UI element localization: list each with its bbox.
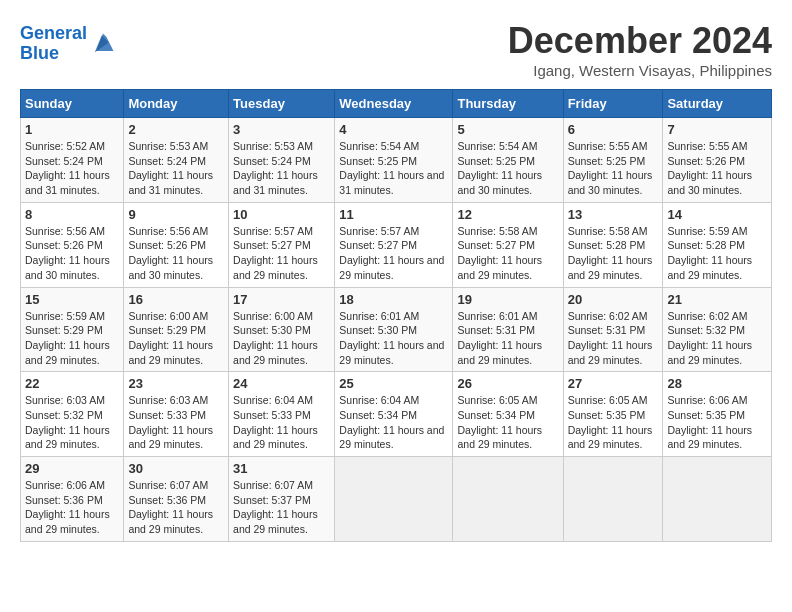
day-info: Sunrise: 6:00 AMSunset: 5:30 PMDaylight:… — [233, 309, 330, 368]
day-info: Sunrise: 6:07 AMSunset: 5:36 PMDaylight:… — [128, 478, 224, 537]
calendar-cell: 19 Sunrise: 6:01 AMSunset: 5:31 PMDaylig… — [453, 287, 563, 372]
calendar-cell: 7 Sunrise: 5:55 AMSunset: 5:26 PMDayligh… — [663, 118, 772, 203]
day-number: 3 — [233, 122, 330, 137]
calendar-cell: 8 Sunrise: 5:56 AMSunset: 5:26 PMDayligh… — [21, 202, 124, 287]
day-number: 31 — [233, 461, 330, 476]
calendar-cell: 23 Sunrise: 6:03 AMSunset: 5:33 PMDaylig… — [124, 372, 229, 457]
calendar-cell: 9 Sunrise: 5:56 AMSunset: 5:26 PMDayligh… — [124, 202, 229, 287]
calendar-cell: 5 Sunrise: 5:54 AMSunset: 5:25 PMDayligh… — [453, 118, 563, 203]
calendar-cell — [563, 457, 663, 542]
day-number: 8 — [25, 207, 119, 222]
day-number: 23 — [128, 376, 224, 391]
calendar-cell: 18 Sunrise: 6:01 AMSunset: 5:30 PMDaylig… — [335, 287, 453, 372]
calendar-cell: 1 Sunrise: 5:52 AMSunset: 5:24 PMDayligh… — [21, 118, 124, 203]
day-info: Sunrise: 6:06 AMSunset: 5:36 PMDaylight:… — [25, 478, 119, 537]
header-day-monday: Monday — [124, 90, 229, 118]
day-number: 13 — [568, 207, 659, 222]
day-info: Sunrise: 5:54 AMSunset: 5:25 PMDaylight:… — [339, 139, 448, 198]
calendar-cell: 29 Sunrise: 6:06 AMSunset: 5:36 PMDaylig… — [21, 457, 124, 542]
header-row: SundayMondayTuesdayWednesdayThursdayFrid… — [21, 90, 772, 118]
day-number: 25 — [339, 376, 448, 391]
day-number: 22 — [25, 376, 119, 391]
day-number: 21 — [667, 292, 767, 307]
day-number: 5 — [457, 122, 558, 137]
logo-text: GeneralBlue — [20, 24, 87, 64]
calendar-cell: 26 Sunrise: 6:05 AMSunset: 5:34 PMDaylig… — [453, 372, 563, 457]
calendar-cell — [335, 457, 453, 542]
calendar-cell: 10 Sunrise: 5:57 AMSunset: 5:27 PMDaylig… — [229, 202, 335, 287]
calendar-cell: 3 Sunrise: 5:53 AMSunset: 5:24 PMDayligh… — [229, 118, 335, 203]
page-header: GeneralBlue December 2024 Igang, Western… — [20, 20, 772, 79]
calendar-week-4: 22 Sunrise: 6:03 AMSunset: 5:32 PMDaylig… — [21, 372, 772, 457]
day-number: 14 — [667, 207, 767, 222]
calendar-cell: 12 Sunrise: 5:58 AMSunset: 5:27 PMDaylig… — [453, 202, 563, 287]
day-info: Sunrise: 5:56 AMSunset: 5:26 PMDaylight:… — [25, 224, 119, 283]
calendar-cell: 20 Sunrise: 6:02 AMSunset: 5:31 PMDaylig… — [563, 287, 663, 372]
day-info: Sunrise: 6:00 AMSunset: 5:29 PMDaylight:… — [128, 309, 224, 368]
logo-icon — [89, 30, 117, 58]
day-number: 24 — [233, 376, 330, 391]
day-number: 10 — [233, 207, 330, 222]
subtitle: Igang, Western Visayas, Philippines — [508, 62, 772, 79]
day-info: Sunrise: 6:02 AMSunset: 5:31 PMDaylight:… — [568, 309, 659, 368]
day-info: Sunrise: 5:56 AMSunset: 5:26 PMDaylight:… — [128, 224, 224, 283]
day-number: 20 — [568, 292, 659, 307]
day-number: 15 — [25, 292, 119, 307]
day-number: 11 — [339, 207, 448, 222]
calendar-cell: 22 Sunrise: 6:03 AMSunset: 5:32 PMDaylig… — [21, 372, 124, 457]
calendar-cell: 17 Sunrise: 6:00 AMSunset: 5:30 PMDaylig… — [229, 287, 335, 372]
calendar-body: 1 Sunrise: 5:52 AMSunset: 5:24 PMDayligh… — [21, 118, 772, 542]
calendar-cell: 14 Sunrise: 5:59 AMSunset: 5:28 PMDaylig… — [663, 202, 772, 287]
day-number: 26 — [457, 376, 558, 391]
day-number: 27 — [568, 376, 659, 391]
header-day-tuesday: Tuesday — [229, 90, 335, 118]
day-info: Sunrise: 6:01 AMSunset: 5:31 PMDaylight:… — [457, 309, 558, 368]
day-info: Sunrise: 5:59 AMSunset: 5:28 PMDaylight:… — [667, 224, 767, 283]
calendar-header: SundayMondayTuesdayWednesdayThursdayFrid… — [21, 90, 772, 118]
calendar-cell: 15 Sunrise: 5:59 AMSunset: 5:29 PMDaylig… — [21, 287, 124, 372]
day-info: Sunrise: 6:01 AMSunset: 5:30 PMDaylight:… — [339, 309, 448, 368]
calendar-cell: 16 Sunrise: 6:00 AMSunset: 5:29 PMDaylig… — [124, 287, 229, 372]
day-info: Sunrise: 5:54 AMSunset: 5:25 PMDaylight:… — [457, 139, 558, 198]
calendar-cell: 28 Sunrise: 6:06 AMSunset: 5:35 PMDaylig… — [663, 372, 772, 457]
day-info: Sunrise: 6:05 AMSunset: 5:34 PMDaylight:… — [457, 393, 558, 452]
calendar-cell — [453, 457, 563, 542]
day-number: 19 — [457, 292, 558, 307]
day-number: 6 — [568, 122, 659, 137]
calendar-cell: 31 Sunrise: 6:07 AMSunset: 5:37 PMDaylig… — [229, 457, 335, 542]
calendar-cell: 2 Sunrise: 5:53 AMSunset: 5:24 PMDayligh… — [124, 118, 229, 203]
header-day-thursday: Thursday — [453, 90, 563, 118]
day-number: 28 — [667, 376, 767, 391]
day-info: Sunrise: 5:57 AMSunset: 5:27 PMDaylight:… — [339, 224, 448, 283]
calendar-cell: 13 Sunrise: 5:58 AMSunset: 5:28 PMDaylig… — [563, 202, 663, 287]
calendar-cell: 11 Sunrise: 5:57 AMSunset: 5:27 PMDaylig… — [335, 202, 453, 287]
day-number: 4 — [339, 122, 448, 137]
calendar-cell: 24 Sunrise: 6:04 AMSunset: 5:33 PMDaylig… — [229, 372, 335, 457]
day-number: 12 — [457, 207, 558, 222]
calendar-table: SundayMondayTuesdayWednesdayThursdayFrid… — [20, 89, 772, 542]
day-number: 9 — [128, 207, 224, 222]
calendar-cell: 30 Sunrise: 6:07 AMSunset: 5:36 PMDaylig… — [124, 457, 229, 542]
day-info: Sunrise: 6:03 AMSunset: 5:32 PMDaylight:… — [25, 393, 119, 452]
day-number: 7 — [667, 122, 767, 137]
day-info: Sunrise: 6:04 AMSunset: 5:34 PMDaylight:… — [339, 393, 448, 452]
day-info: Sunrise: 6:07 AMSunset: 5:37 PMDaylight:… — [233, 478, 330, 537]
day-info: Sunrise: 5:53 AMSunset: 5:24 PMDaylight:… — [128, 139, 224, 198]
calendar-cell: 27 Sunrise: 6:05 AMSunset: 5:35 PMDaylig… — [563, 372, 663, 457]
title-block: December 2024 Igang, Western Visayas, Ph… — [508, 20, 772, 79]
day-number: 16 — [128, 292, 224, 307]
main-title: December 2024 — [508, 20, 772, 62]
day-info: Sunrise: 5:52 AMSunset: 5:24 PMDaylight:… — [25, 139, 119, 198]
calendar-cell: 25 Sunrise: 6:04 AMSunset: 5:34 PMDaylig… — [335, 372, 453, 457]
day-info: Sunrise: 6:02 AMSunset: 5:32 PMDaylight:… — [667, 309, 767, 368]
calendar-week-1: 1 Sunrise: 5:52 AMSunset: 5:24 PMDayligh… — [21, 118, 772, 203]
day-info: Sunrise: 6:04 AMSunset: 5:33 PMDaylight:… — [233, 393, 330, 452]
day-info: Sunrise: 6:06 AMSunset: 5:35 PMDaylight:… — [667, 393, 767, 452]
calendar-cell — [663, 457, 772, 542]
calendar-cell: 4 Sunrise: 5:54 AMSunset: 5:25 PMDayligh… — [335, 118, 453, 203]
day-number: 29 — [25, 461, 119, 476]
header-day-saturday: Saturday — [663, 90, 772, 118]
day-number: 17 — [233, 292, 330, 307]
calendar-week-2: 8 Sunrise: 5:56 AMSunset: 5:26 PMDayligh… — [21, 202, 772, 287]
header-day-wednesday: Wednesday — [335, 90, 453, 118]
